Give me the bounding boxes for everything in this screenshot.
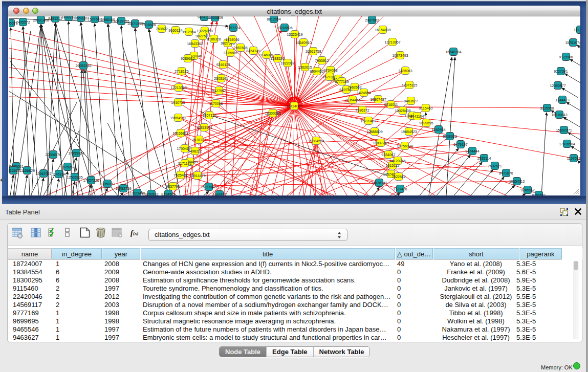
svg-text:12942737: 12942737 — [35, 172, 51, 176]
svg-text:1170066: 1170066 — [209, 102, 223, 105]
svg-text:6216011: 6216011 — [384, 103, 398, 106]
svg-text:18807249: 18807249 — [373, 141, 388, 145]
svg-text:9350561: 9350561 — [532, 193, 546, 196]
svg-text:7986372: 7986372 — [355, 108, 369, 112]
svg-text:19384554: 19384554 — [308, 139, 324, 143]
svg-text:9245652: 9245652 — [520, 188, 534, 192]
svg-text:10973493: 10973493 — [392, 54, 408, 57]
svg-text:2718176: 2718176 — [175, 70, 188, 73]
svg-text:15720407: 15720407 — [360, 119, 376, 123]
svg-text:16914479: 16914479 — [189, 174, 205, 178]
svg-text:26053346: 26053346 — [75, 64, 91, 68]
svg-text:17359924: 17359924 — [68, 151, 84, 155]
svg-text:1640954: 1640954 — [431, 128, 445, 132]
svg-text:9463627: 9463627 — [404, 99, 418, 103]
svg-text:15716485: 15716485 — [201, 185, 216, 189]
svg-text:10671355: 10671355 — [127, 22, 143, 26]
svg-text:1362615: 1362615 — [298, 65, 312, 69]
svg-text:6479197: 6479197 — [453, 143, 467, 146]
svg-text:13325419: 13325419 — [287, 33, 302, 36]
svg-text:11156829: 11156829 — [19, 169, 35, 172]
svg-text:8471676: 8471676 — [499, 171, 513, 175]
svg-text:9427552: 9427552 — [212, 89, 226, 93]
svg-text:1588520: 1588520 — [270, 57, 284, 60]
svg-text:8454749: 8454749 — [246, 49, 260, 53]
svg-text:17957225: 17957225 — [83, 179, 99, 182]
svg-text:1733426: 1733426 — [393, 187, 407, 191]
svg-text:3578332: 3578332 — [192, 138, 206, 142]
svg-text:12213967: 12213967 — [384, 40, 400, 44]
svg-text:7357224: 7357224 — [226, 26, 240, 30]
svg-text:16640910: 16640910 — [295, 41, 311, 45]
svg-text:12093877: 12093877 — [550, 84, 565, 87]
svg-text:9699695: 9699695 — [419, 121, 433, 125]
svg-text:9384067: 9384067 — [381, 153, 395, 157]
svg-text:8234502: 8234502 — [161, 192, 175, 196]
svg-text:1822037: 1822037 — [280, 61, 294, 65]
svg-text:20206576: 20206576 — [45, 153, 61, 157]
svg-text:16648784: 16648784 — [445, 50, 461, 54]
svg-text:9289612: 9289612 — [181, 57, 194, 60]
svg-text:9146821: 9146821 — [259, 53, 273, 57]
svg-text:14120746: 14120746 — [389, 159, 405, 163]
svg-text:7625402: 7625402 — [173, 173, 187, 177]
svg-text:(x): (x) — [133, 231, 139, 236]
svg-text:1167533: 1167533 — [567, 157, 580, 160]
svg-text:9660124: 9660124 — [168, 29, 182, 32]
svg-text:1145194: 1145194 — [52, 172, 66, 176]
svg-text:1624554: 1624554 — [357, 91, 371, 95]
svg-text:12975115: 12975115 — [402, 83, 418, 87]
svg-text:20691406: 20691406 — [33, 18, 49, 22]
svg-text:2522542: 2522542 — [391, 175, 405, 179]
svg-text:10654112: 10654112 — [509, 180, 525, 183]
svg-text:16543362: 16543362 — [187, 42, 203, 46]
svg-text:8813054: 8813054 — [267, 17, 280, 21]
svg-text:7485063: 7485063 — [398, 69, 412, 73]
svg-text:16782759: 16782759 — [115, 187, 131, 190]
svg-text:10958117: 10958117 — [100, 182, 116, 186]
svg-text:19218506: 19218506 — [276, 26, 292, 30]
svg-text:8441104: 8441104 — [410, 115, 424, 118]
svg-text:2967608: 2967608 — [233, 46, 247, 50]
svg-text:5498222: 5498222 — [188, 149, 202, 153]
svg-text:2087662: 2087662 — [365, 18, 379, 22]
svg-text:9904452: 9904452 — [310, 70, 323, 73]
svg-text:9777169: 9777169 — [335, 80, 349, 83]
svg-text:9857791: 9857791 — [166, 185, 180, 188]
svg-text:7462662: 7462662 — [347, 85, 361, 89]
svg-text:7955812: 7955812 — [315, 59, 329, 62]
svg-text:8186328: 8186328 — [207, 37, 221, 41]
svg-text:3912954: 3912954 — [182, 30, 195, 34]
svg-text:991593: 991593 — [9, 169, 19, 172]
svg-text:1244413: 1244413 — [555, 98, 569, 102]
svg-text:3171142: 3171142 — [178, 162, 192, 165]
svg-text:14136141: 14136141 — [371, 181, 387, 185]
svg-text:12213363: 12213363 — [170, 86, 186, 90]
svg-text:10025438: 10025438 — [395, 109, 410, 113]
svg-text:1910755: 1910755 — [171, 101, 185, 104]
svg-text:8881212: 8881212 — [48, 17, 62, 20]
svg-text:17016504: 17016504 — [559, 142, 575, 146]
svg-text:7632621: 7632621 — [488, 164, 502, 168]
svg-text:15692971: 15692971 — [556, 128, 572, 132]
svg-text:1045822: 1045822 — [212, 193, 226, 196]
svg-text:19166827: 19166827 — [172, 132, 188, 135]
svg-text:16154808: 16154808 — [375, 28, 390, 32]
svg-text:1117304: 1117304 — [574, 28, 580, 32]
svg-text:9115460: 9115460 — [419, 106, 433, 110]
svg-text:9150532: 9150532 — [144, 192, 158, 196]
svg-text:10688609: 10688609 — [366, 130, 382, 134]
svg-text:9474444: 9474444 — [465, 149, 479, 153]
svg-text:1354046: 1354046 — [225, 38, 239, 41]
svg-text:3375685: 3375685 — [223, 51, 237, 55]
svg-text:2803141: 2803141 — [214, 77, 228, 80]
svg-text:10807487: 10807487 — [370, 98, 386, 101]
svg-text:1527602: 1527602 — [88, 17, 101, 21]
svg-text:12353594: 12353594 — [196, 126, 212, 129]
svg-text:12505135: 12505135 — [67, 176, 82, 179]
svg-text:8938923: 8938923 — [443, 135, 456, 138]
svg-text:3267110: 3267110 — [203, 114, 216, 117]
svg-text:3215958: 3215958 — [540, 106, 554, 110]
svg-text:15751074: 15751074 — [565, 41, 580, 45]
svg-text:9227341: 9227341 — [554, 70, 568, 73]
